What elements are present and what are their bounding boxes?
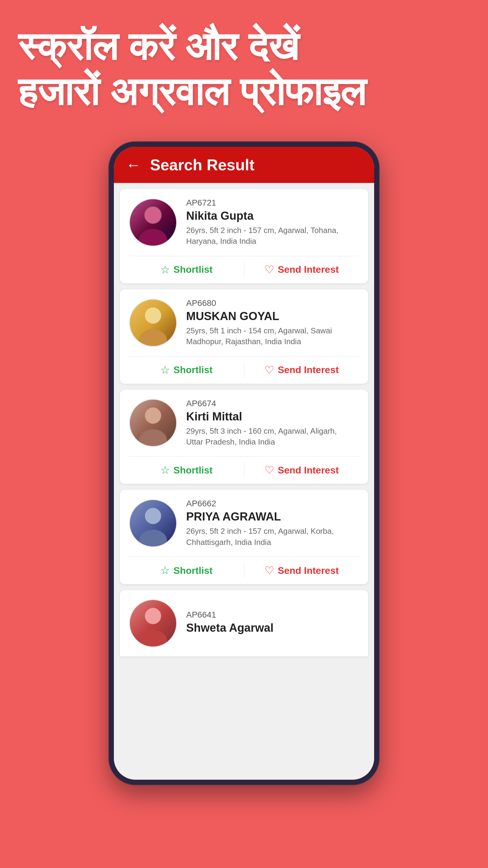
shortlist-label: Shortlist (173, 364, 213, 375)
profile-card: AP6674 Kirti Mittal 29yrs, 5ft 3 inch - … (120, 390, 368, 484)
send-interest-label: Send Interest (278, 565, 339, 576)
heart-icon: ♡ (264, 464, 274, 476)
phone-outer: ← Search Result (108, 141, 380, 785)
svg-point-3 (139, 229, 167, 246)
svg-point-6 (145, 407, 161, 424)
profile-info-row: AP6674 Kirti Mittal 29yrs, 5ft 3 inch - … (120, 390, 368, 457)
phone-screen: ← Search Result (114, 147, 374, 780)
profile-id: AP6641 (186, 610, 359, 620)
shortlist-label: Shortlist (173, 565, 213, 576)
send-interest-button[interactable]: ♡ Send Interest (244, 564, 359, 577)
svg-point-8 (145, 508, 161, 524)
shortlist-button[interactable]: ☆ Shortlist (129, 564, 244, 577)
shortlist-label: Shortlist (173, 264, 213, 275)
phone-inner: ← Search Result (114, 147, 374, 780)
profile-details: AP6674 Kirti Mittal 29yrs, 5ft 3 inch - … (186, 399, 359, 447)
star-icon: ☆ (160, 364, 170, 376)
screen-title: Search Result (150, 156, 255, 174)
svg-point-10 (145, 608, 161, 624)
avatar[interactable] (129, 399, 177, 447)
profile-actions: ☆ Shortlist ♡ Send Interest (120, 557, 368, 584)
heart-icon: ♡ (264, 564, 274, 577)
profile-card-partial: AP6641 Shweta Agarwal (120, 590, 368, 656)
svg-point-4 (145, 307, 161, 324)
profile-id: AP6721 (186, 198, 359, 208)
hero-line2: हजारों अग्रवाल प्रोफाइल (18, 69, 470, 115)
star-icon: ☆ (160, 464, 170, 476)
profile-card: AP6662 PRIYA AGRAWAL 26yrs, 5ft 2 inch -… (120, 490, 368, 584)
profile-info-row: AP6641 Shweta Agarwal (120, 590, 368, 656)
profile-info-row: AP6662 PRIYA AGRAWAL 26yrs, 5ft 2 inch -… (120, 490, 368, 557)
profile-actions: ☆ Shortlist ♡ Send Interest (120, 256, 368, 283)
star-icon: ☆ (160, 564, 170, 577)
send-interest-button[interactable]: ♡ Send Interest (244, 264, 359, 276)
profile-id: AP6680 (186, 299, 359, 308)
shortlist-button[interactable]: ☆ Shortlist (129, 264, 244, 276)
profile-meta: 26yrs, 5ft 2 inch - 157 cm, Agarwal, Toh… (186, 225, 359, 247)
back-button[interactable]: ← (126, 156, 141, 174)
profile-actions: ☆ Shortlist ♡ Send Interest (120, 457, 368, 484)
profile-id: AP6662 (186, 499, 359, 508)
avatar[interactable] (129, 299, 177, 347)
profile-name: Shweta Agarwal (186, 621, 359, 634)
avatar[interactable] (129, 198, 177, 247)
svg-point-9 (139, 530, 167, 547)
profile-info-row: AP6680 MUSKAN GOYAL 25yrs, 5ft 1 inch - … (120, 289, 368, 356)
profile-name: MUSKAN GOYAL (186, 310, 359, 323)
profile-card: AP6680 MUSKAN GOYAL 25yrs, 5ft 1 inch - … (120, 289, 368, 384)
heart-icon: ♡ (264, 264, 274, 276)
star-icon: ☆ (160, 264, 170, 276)
send-interest-label: Send Interest (278, 364, 339, 375)
hero-line1: स्क्रॉल करें और देखें (18, 24, 470, 69)
profile-meta: 29yrs, 5ft 3 inch - 160 cm, Agarwal, Ali… (186, 426, 359, 447)
app-header: ← Search Result (114, 147, 374, 183)
heart-icon: ♡ (264, 364, 274, 376)
send-interest-button[interactable]: ♡ Send Interest (244, 364, 359, 376)
profile-details: AP6680 MUSKAN GOYAL 25yrs, 5ft 1 inch - … (186, 299, 359, 347)
svg-point-2 (145, 207, 161, 223)
send-interest-label: Send Interest (278, 264, 339, 275)
profile-name: Kirti Mittal (186, 410, 359, 423)
profile-details: AP6662 PRIYA AGRAWAL 26yrs, 5ft 2 inch -… (186, 499, 359, 548)
phone-mockup: ← Search Result (0, 132, 488, 809)
shortlist-label: Shortlist (173, 465, 213, 476)
hero-text: स्क्रॉल करें और देखें हजारों अग्रवाल प्र… (0, 0, 488, 132)
hero-section: स्क्रॉल करें और देखें हजारों अग्रवाल प्र… (0, 0, 488, 132)
svg-point-5 (139, 329, 167, 346)
svg-point-7 (139, 430, 167, 446)
shortlist-button[interactable]: ☆ Shortlist (129, 464, 244, 476)
send-interest-button[interactable]: ♡ Send Interest (244, 464, 359, 476)
profiles-list: AP6721 Nikita Gupta 26yrs, 5ft 2 inch - … (114, 183, 374, 780)
profile-actions: ☆ Shortlist ♡ Send Interest (120, 356, 368, 384)
send-interest-label: Send Interest (278, 465, 339, 476)
shortlist-button[interactable]: ☆ Shortlist (129, 364, 244, 376)
profile-details: AP6641 Shweta Agarwal (186, 610, 359, 637)
svg-point-11 (139, 629, 167, 647)
profile-info-row: AP6721 Nikita Gupta 26yrs, 5ft 2 inch - … (120, 189, 368, 256)
profile-name: PRIYA AGRAWAL (186, 510, 359, 523)
profile-name: Nikita Gupta (186, 210, 359, 222)
profile-id: AP6674 (186, 399, 359, 408)
profile-card: AP6721 Nikita Gupta 26yrs, 5ft 2 inch - … (120, 189, 368, 283)
avatar[interactable] (129, 499, 177, 547)
profile-details: AP6721 Nikita Gupta 26yrs, 5ft 2 inch - … (186, 198, 359, 247)
profile-meta: 26yrs, 5ft 2 inch - 157 cm, Agarwal, Kor… (186, 526, 359, 548)
avatar[interactable] (129, 599, 177, 647)
profile-meta: 25yrs, 5ft 1 inch - 154 cm, Agarwal, Saw… (186, 325, 359, 347)
